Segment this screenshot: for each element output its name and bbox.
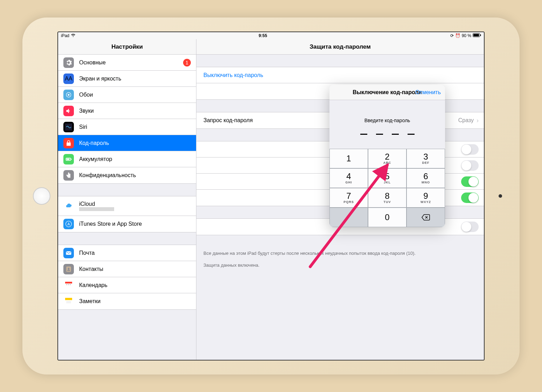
svg-point-4 — [68, 94, 70, 96]
appstore-icon: A — [63, 219, 74, 229]
sidebar-item-label: Обои — [79, 92, 191, 98]
wallpaper-icon — [63, 90, 74, 100]
passcode-popover: Выключение код-пароля Отменить Введите к… — [329, 85, 445, 227]
sidebar-item-label: iCloud — [79, 201, 191, 207]
chevron-right-icon: › — [477, 117, 479, 124]
key-5[interactable]: 5JKL — [368, 168, 406, 188]
toggle-switch[interactable] — [461, 176, 479, 187]
home-button[interactable] — [33, 187, 50, 205]
key-3[interactable]: 3DEF — [406, 149, 445, 168]
sidebar-item-label: Экран и яркость — [79, 76, 191, 82]
turn-off-passcode-link[interactable]: Выключить код-пароль — [203, 72, 263, 78]
sidebar-item-label: iTunes Store и App Store — [79, 221, 191, 227]
key-6[interactable]: 6MNO — [406, 168, 445, 188]
svg-rect-1 — [473, 34, 479, 36]
svg-rect-8 — [67, 159, 69, 160]
toggle-switch[interactable] — [461, 222, 479, 232]
calendar-icon — [63, 280, 74, 290]
toggle-switch[interactable] — [461, 144, 479, 155]
sidebar-item-calendar[interactable]: Календарь — [58, 277, 196, 293]
toggle-switch[interactable] — [461, 192, 479, 203]
settings-sidebar: Настройки Основные1AAЭкран и яркостьОбои… — [58, 39, 196, 360]
lock-icon — [63, 138, 74, 148]
sidebar-item-label: Звуки — [79, 108, 191, 114]
mail-icon — [63, 248, 74, 258]
battery-icon — [63, 154, 74, 164]
notification-badge: 1 — [183, 59, 191, 66]
status-time: 9:55 — [259, 33, 267, 38]
sidebar-item-wallpaper[interactable]: Обои — [58, 87, 196, 103]
ipad-frame: iPad 9:55 ⟳ ⏰ 90 % Настройки О — [22, 18, 520, 374]
hand-icon — [63, 170, 74, 181]
cancel-button[interactable]: Отменить — [415, 89, 441, 96]
popover-header: Выключение код-пароля Отменить — [329, 85, 445, 100]
svg-point-13 — [68, 267, 70, 269]
gear-icon — [63, 57, 74, 68]
sidebar-item-mail[interactable]: Почта — [58, 245, 196, 261]
key-7[interactable]: 7PQRS — [329, 188, 368, 208]
sidebar-item-label: Аккумулятор — [79, 156, 191, 162]
backspace-key[interactable] — [406, 208, 445, 227]
contacts-icon — [63, 264, 74, 274]
svg-rect-18 — [70, 284, 71, 285]
toggle-switch[interactable] — [461, 160, 479, 171]
battery-icon — [473, 33, 481, 38]
sidebar-item-label: Код-пароль — [79, 140, 191, 146]
device-label: iPad — [61, 33, 69, 38]
sidebar-item-contacts[interactable]: Контакты — [58, 261, 196, 277]
key-empty — [329, 208, 368, 227]
sidebar-header: Настройки — [58, 39, 196, 55]
sidebar-item-brightness[interactable]: AAЭкран и яркость — [58, 71, 196, 87]
sidebar-item-gear[interactable]: Основные1 — [58, 55, 196, 71]
status-bar: iPad 9:55 ⟳ ⏰ 90 % — [58, 32, 484, 39]
svg-rect-19 — [65, 298, 72, 300]
alarm-icon: ⏰ — [455, 33, 460, 38]
redacted-email — [79, 207, 114, 211]
passcode-prompt: Введите код-пароль — [329, 118, 445, 123]
sidebar-item-hand[interactable]: Конфиденциальность — [58, 167, 196, 183]
notes-icon — [63, 296, 74, 307]
key-0[interactable]: 0 — [368, 208, 406, 227]
sidebar-item-label: Конфиденциальность — [79, 172, 191, 178]
svg-rect-7 — [71, 159, 72, 160]
sidebar-item-notes[interactable]: Заметки — [58, 293, 196, 309]
svg-rect-16 — [66, 284, 67, 285]
sidebar-item-speaker[interactable]: Звуки — [58, 103, 196, 119]
wifi-icon — [71, 33, 76, 38]
svg-rect-14 — [65, 282, 72, 284]
key-1[interactable]: 1 — [329, 149, 368, 168]
sidebar-item-label: Заметки — [79, 298, 191, 304]
passcode-dash-4 — [408, 134, 415, 135]
sidebar-item-label: Контакты — [79, 266, 191, 272]
speaker-icon — [63, 106, 74, 116]
rotation-lock-icon: ⟳ — [450, 33, 454, 38]
detail-header: Защита код-паролем — [196, 39, 484, 55]
sidebar-item-label: Siri — [79, 124, 191, 130]
passcode-dash-2 — [376, 134, 383, 135]
brightness-icon: AA — [63, 74, 74, 84]
sidebar-item-appstore[interactable]: AiTunes Store и App Store — [58, 216, 196, 232]
siri-icon — [63, 122, 74, 132]
front-camera — [499, 194, 502, 198]
popover-title: Выключение код-пароля — [353, 89, 422, 96]
sidebar-item-battery[interactable]: Аккумулятор — [58, 151, 196, 167]
sidebar-item-cloud[interactable]: iCloud — [58, 196, 196, 216]
key-9[interactable]: 9WXYZ — [406, 188, 445, 208]
key-4[interactable]: 4GHI — [329, 168, 368, 188]
svg-rect-15 — [65, 284, 72, 289]
sidebar-item-label: Календарь — [79, 282, 191, 288]
turn-off-passcode-row[interactable]: Выключить код-пароль — [196, 67, 484, 83]
settings-list[interactable]: Основные1AAЭкран и яркостьОбоиЗвукиSiriК… — [58, 55, 196, 360]
key-2[interactable]: 2ABC — [368, 149, 406, 168]
sidebar-item-lock[interactable]: Код-пароль — [58, 135, 196, 151]
sidebar-item-label: Почта — [79, 250, 191, 256]
require-value: Сразу — [458, 117, 474, 124]
detail-pane: Защита код-паролем Выключить код-пароль … — [196, 39, 484, 360]
key-8[interactable]: 8TUV — [368, 188, 406, 208]
svg-rect-17 — [68, 284, 69, 285]
passcode-dash-1 — [360, 134, 367, 135]
erase-data-footer: Все данные на этом iPad будут стерты пос… — [196, 247, 484, 259]
svg-text:A: A — [68, 222, 70, 226]
sidebar-item-siri[interactable]: Siri — [58, 119, 196, 135]
sidebar-title: Настройки — [111, 43, 143, 50]
